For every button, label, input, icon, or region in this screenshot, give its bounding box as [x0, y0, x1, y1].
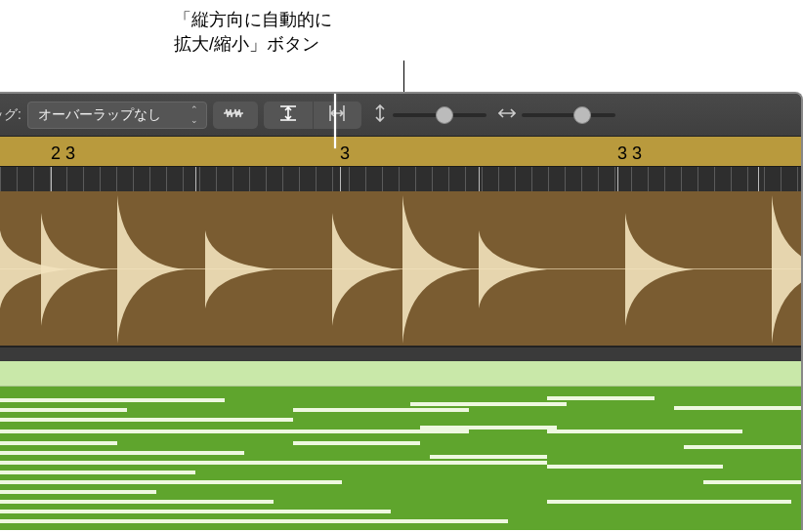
- midi-note[interactable]: [684, 445, 801, 449]
- midi-note[interactable]: [410, 402, 567, 406]
- midi-note[interactable]: [547, 396, 655, 400]
- midi-note[interactable]: [0, 451, 244, 455]
- horizontal-zoom-slider[interactable]: [522, 113, 615, 117]
- midi-region-header[interactable]: [0, 361, 801, 387]
- auto-vertical-zoom-button[interactable]: [264, 102, 313, 129]
- midi-note[interactable]: [293, 408, 469, 412]
- midi-note[interactable]: [0, 430, 469, 433]
- auto-horizontal-zoom-button[interactable]: [313, 102, 361, 129]
- editor-window: ラッグ: オーバーラップなし ⌃ ⌄: [0, 92, 803, 530]
- midi-note[interactable]: [547, 500, 791, 504]
- ruler-major-tick: [340, 167, 341, 191]
- ruler-bar-number: 3: [340, 143, 350, 164]
- vertical-arrows-icon: [373, 104, 387, 126]
- drag-mode-label: ラッグ:: [0, 106, 21, 124]
- midi-region[interactable]: [0, 361, 801, 530]
- midi-notes-area: [0, 387, 801, 530]
- ruler-major-tick: [758, 167, 759, 191]
- midi-note[interactable]: [547, 465, 723, 469]
- midi-note[interactable]: [0, 418, 293, 422]
- midi-note[interactable]: [0, 490, 156, 494]
- midi-note[interactable]: [0, 510, 391, 513]
- ruler-tick-strip[interactable]: [0, 166, 801, 191]
- midi-note[interactable]: [420, 426, 557, 430]
- midi-note[interactable]: [703, 480, 801, 484]
- ruler-major-tick: [51, 167, 52, 191]
- midi-note[interactable]: [430, 455, 547, 459]
- midi-note[interactable]: [674, 406, 801, 410]
- horizontal-zoom-control: [498, 106, 615, 124]
- slider-thumb[interactable]: [436, 106, 453, 124]
- audio-region[interactable]: [0, 191, 801, 348]
- midi-note[interactable]: [0, 519, 508, 523]
- midi-note[interactable]: [0, 441, 117, 445]
- chevron-down-icon: ⌄: [190, 116, 198, 125]
- toolbar: ラッグ: オーバーラップなし ⌃ ⌄: [0, 94, 801, 137]
- ruler-major-tick: [195, 167, 196, 191]
- timeline-ruler[interactable]: 2 333 3: [0, 137, 801, 191]
- playhead[interactable]: [334, 94, 336, 148]
- midi-note[interactable]: [293, 441, 420, 445]
- ruler-bar-number: 2 3: [51, 143, 75, 164]
- auto-horizontal-zoom-icon: [328, 104, 346, 125]
- midi-note[interactable]: [0, 500, 274, 504]
- chevron-up-icon: ⌃: [190, 105, 198, 114]
- ruler-major-tick: [617, 167, 618, 191]
- waveform-button[interactable]: [213, 102, 258, 129]
- waveform-icon: [224, 106, 247, 123]
- drag-mode-value: オーバーラップなし: [38, 106, 161, 124]
- midi-note[interactable]: [0, 398, 225, 402]
- drag-mode-dropdown[interactable]: オーバーラップなし ⌃ ⌄: [27, 102, 207, 129]
- auto-vertical-zoom-icon: [279, 104, 297, 125]
- midi-note[interactable]: [0, 461, 547, 465]
- vertical-zoom-control: [373, 104, 486, 126]
- ruler-bar-number: 3 3: [617, 143, 642, 164]
- audio-waveform: [0, 191, 801, 348]
- track-gap: [0, 348, 801, 361]
- horizontal-arrows-icon: [498, 106, 516, 124]
- midi-note[interactable]: [0, 471, 195, 474]
- callout-label: 「縦方向に自動的に 拡大/縮小」ボタン: [174, 8, 332, 57]
- vertical-zoom-slider[interactable]: [393, 113, 486, 117]
- midi-note[interactable]: [0, 480, 342, 484]
- slider-thumb[interactable]: [573, 106, 591, 124]
- ruler-bar-strip[interactable]: 2 333 3: [0, 137, 801, 166]
- ruler-major-tick: [479, 167, 480, 191]
- tracks-area: [0, 191, 801, 530]
- midi-note[interactable]: [0, 408, 127, 412]
- midi-note[interactable]: [547, 430, 742, 433]
- auto-zoom-button-group: [264, 102, 361, 129]
